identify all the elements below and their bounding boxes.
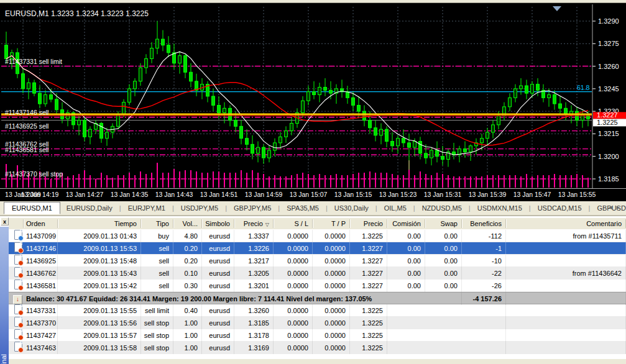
cell-simbolo: eurusd [202,342,234,354]
column-header-precio[interactable]: Precio▽ [234,219,274,228]
order-row-11436581[interactable]: 114365812009.01.13 15:42sell0.30eurusd1.… [9,280,626,292]
cell-precio: 1.3225 [350,304,387,317]
tab-scroll-arrows[interactable]: ◄► [607,204,624,211]
cell-swap: 0.00 [425,280,462,292]
cell-s-l: 0.0000 [274,317,313,329]
chart-tab-usdjpy-m5[interactable]: USDJPY,M5 [175,202,224,214]
candle-body [184,56,187,73]
order-row-11436925[interactable]: 114369252009.01.13 15:48sell0.20eurusd1.… [9,255,626,267]
cell-merged-empty [387,304,506,317]
time-axis-label: 13 Jan 15:55 [558,191,596,198]
price-axis-label: 1.3185 [598,175,619,183]
chart-tab-us30-daily[interactable]: US30,Daily [328,202,375,214]
candle-body [223,108,226,112]
column-header-comentario[interactable]: Comentario [506,219,626,228]
chart-tab-spa35-m5[interactable]: SPA35,M5 [280,202,325,214]
chart-tab-usdcad-m15[interactable]: USDCAD,M15 [532,202,588,214]
balance-row[interactable]: ↓Balance: 30 471.67 Equidad: 26 314.41 M… [9,292,626,304]
cell-precio: 1.3225 [350,329,387,342]
column-header-tipo[interactable]: Tipo [141,219,173,228]
cell-orden: 11437463 [24,342,58,354]
cell-beneficios: -26 [462,280,506,292]
cell-comentario [506,342,626,354]
close-icon[interactable]: x [1,217,9,225]
chart-window[interactable]: 1.32901.32751.32601.32451.32301.32151.32… [0,2,626,201]
chart-tab-eurjpy-m1[interactable]: EURJPY,M1 [122,202,172,214]
column-header-orden[interactable]: Orden [24,219,58,228]
row-icon-cell: ↓ [9,293,24,305]
candle-body [548,95,551,98]
column-header-precio[interactable]: Precio [350,219,387,228]
column-header-vol-[interactable]: Vol... [173,219,202,228]
column-header-simbolo[interactable]: Simbolo [202,219,234,228]
cell-vol-: 0.20 [173,242,202,255]
cell-beneficios: -112 [462,230,506,242]
price-axis-label: 1.3245 [598,85,619,93]
price-chart[interactable]: 1.32901.32751.32601.32451.32301.32151.32… [0,3,626,202]
candle-body [122,102,126,114]
candle-body [218,105,221,112]
cell-precio: 1.3217 [234,255,274,267]
time-axis-label: 13 Jan 15:07 [290,191,328,198]
candle-body [307,92,310,101]
cell-precio: 1.3178 [234,329,274,342]
candle-body [150,48,154,59]
candle-body [559,104,562,108]
cell-swap: 0.00 [425,242,462,255]
candle-body [251,144,254,153]
chart-tab-gbpjpy-m5[interactable]: GBPJPY,M5 [228,202,277,214]
sell-dot-icon [18,285,24,291]
time-axis-label: 13 Jan 14:27 [66,191,104,198]
column-header-tiempo[interactable]: Tiempo [58,219,141,228]
pending-order-row-11437427[interactable]: 114374272009.01.13 15:57sell stop1.00eur… [9,329,626,342]
pending-order-row-11437331[interactable]: 114373312009.01.13 15:55sell limit0.40eu… [9,304,626,317]
candle-body [425,153,428,158]
cell-t-p: 0.0000 [313,342,350,354]
chart-tab-oil-m5[interactable]: OIL,M5 [378,202,413,214]
cell-beneficios: -22 [462,267,506,280]
time-axis-label: 13 Jan 14:51 [200,191,238,198]
candle-body [274,143,277,150]
chart-tab-eurusd-m1[interactable]: EURUSD,M1 [4,202,60,214]
time-axis-label: 13 Jan 15:39 [469,191,507,198]
sell-dot-icon [18,335,24,340]
cell-comentario [506,280,626,292]
balance-summary: Balance: 30 471.67 Equidad: 26 314.41 Ma… [24,293,462,305]
column-header-swap[interactable]: Swap [425,219,462,228]
metatrader-window: 1.32901.32751.32601.32451.32301.32151.32… [0,0,626,364]
candle-body [481,139,484,143]
cell-precio: 1.3227 [350,280,387,292]
terminal-side-label: Terminal [0,354,7,364]
column-header-comisi-n[interactable]: Comisión [387,219,425,228]
time-axis-label: 13 Jan 14:35 [111,191,149,198]
time-axis-label: 13 Jan 15:47 [513,191,551,198]
cell-orden: 11437099 [24,230,58,242]
cell-simbolo: eurusd [202,317,234,329]
cell-precio: 1.3227 [350,267,387,280]
pending-order-row-11437370[interactable]: 114373702009.01.13 15:56sell stop1.00eur… [9,317,626,329]
column-header-s-l[interactable]: S / L [274,219,313,228]
sell-dot-icon [18,322,24,328]
order-row-11437099[interactable]: 114370992009.01.13 01:43buy4.80eurusd1.3… [9,230,626,242]
column-header-t-p[interactable]: T / P [313,219,350,228]
orders-table-body: 114370992009.01.13 01:43buy4.80eurusd1.3… [9,230,626,354]
chart-tab-usdmxn-m15[interactable]: USDMXN,M15 [471,202,528,214]
candle-body [352,98,355,105]
chart-tab-eurusd-daily[interactable]: EURUSD,Daily [60,202,119,214]
order-annotation: #11436581 sell [5,146,48,153]
cell-t-p: 0.0000 [313,317,350,329]
candle-body [536,84,540,91]
terminal-bottom-strip [9,359,626,364]
cell-tiempo: 2009.01.13 15:42 [58,280,141,292]
column-header-beneficios[interactable]: Beneficios [462,219,506,228]
candle-body [402,139,405,143]
chart-tab-nzdusd-m5[interactable]: NZDUSD,M5 [416,202,468,214]
cell-t-p: 0.0000 [313,267,350,280]
order-row-11436762[interactable]: 114367622009.01.13 15:43sell0.10eurusd1.… [9,267,626,280]
pending-order-row-11437463[interactable]: 114374632009.01.13 15:58sell stop1.00eur… [9,342,626,354]
cell-orden: 11437331 [24,304,58,317]
cell-tipo: sell [141,242,173,255]
order-row-11437146[interactable]: 114371462009.01.13 15:53sell0.20eurusd1.… [9,242,626,255]
price-axis-label: 1.3215 [598,130,619,137]
candle-body [374,128,377,135]
